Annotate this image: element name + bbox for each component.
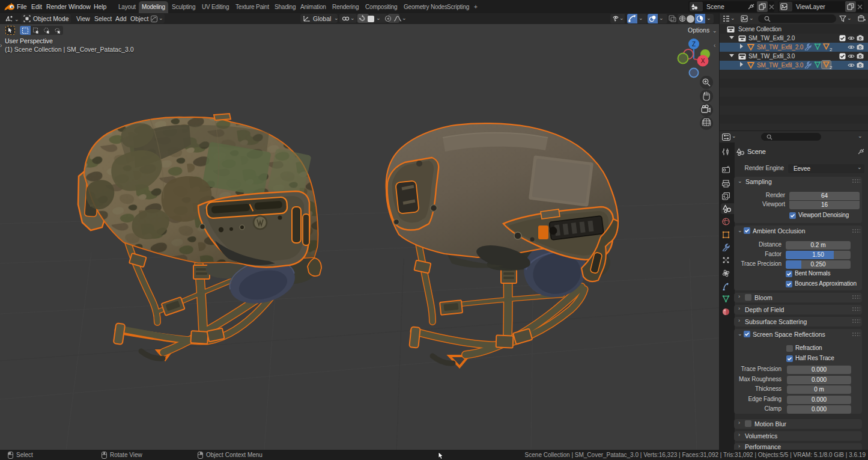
svg-text:Z: Z [692,41,696,48]
svg-text:X: X [701,58,705,64]
